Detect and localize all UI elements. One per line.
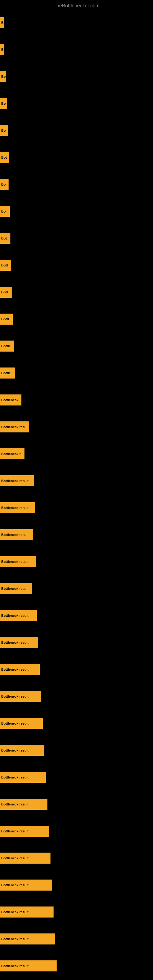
bar-row: Bottleneck result xyxy=(0,926,153,953)
bar-label: Bottleneck xyxy=(1,398,18,402)
bar-row: Bottleneck result xyxy=(0,494,153,521)
bar-row: Bottleneck result xyxy=(0,764,153,791)
bar-row: Bot xyxy=(0,225,153,252)
bar-label: Bottleneck result xyxy=(1,829,29,833)
bar-item: Bottleneck result xyxy=(0,934,55,945)
bar-item: Bottle xyxy=(0,340,14,352)
bar-row: Bott xyxy=(0,252,153,279)
bar-row: Bottleneck result xyxy=(0,872,153,899)
bar-row: Bottleneck resu xyxy=(0,521,153,548)
bar-row: Bo xyxy=(0,90,153,117)
bar-row: Bottle xyxy=(0,360,153,387)
bar-label: Bottle xyxy=(1,344,11,348)
bar-label: Bottleneck result xyxy=(1,614,29,617)
bar-item: Bottleneck resu xyxy=(0,529,33,540)
bar-item: Bottleneck result xyxy=(0,475,33,486)
bar-label: Bottleneck result xyxy=(1,775,29,779)
bar-row: Bottleneck result xyxy=(0,737,153,764)
bar-item: Bottleneck result xyxy=(0,637,38,648)
site-title: TheBottlenecker.com xyxy=(0,1,153,10)
bar-label: Bot xyxy=(1,156,7,159)
bar-label: Bottleneck result xyxy=(1,883,29,887)
bar-label: B xyxy=(1,48,4,51)
bar-item: Bottleneck result xyxy=(0,799,48,810)
bar-label: Bottleneck result xyxy=(1,937,29,941)
bar-item: Bo xyxy=(0,98,7,109)
bar-item: Bottleneck r xyxy=(0,449,24,460)
bar-item: Bo xyxy=(0,125,8,136)
bar-item: Bottleneck result xyxy=(0,826,49,837)
bar-label: Bottleneck result xyxy=(1,560,29,563)
bar-row: Bo xyxy=(0,171,153,198)
bar-label: Bottleneck result xyxy=(1,641,29,644)
bar-label: Bottleneck result xyxy=(1,856,29,860)
bar-item: Bottleneck result xyxy=(0,556,36,567)
bar-item: Bottleneck result xyxy=(0,960,57,971)
bar-row: Bottleneck result xyxy=(0,629,153,656)
bar-label: Bottleneck result xyxy=(1,668,29,671)
bar-label: Bottleneck resu xyxy=(1,533,27,536)
bar-label: Bot xyxy=(1,236,7,240)
bar-label: Bottleneck result xyxy=(1,910,29,914)
bar-label: Bottleneck result xyxy=(1,506,29,510)
bar-label: Bo xyxy=(1,75,6,78)
bar-label: Bo xyxy=(1,183,6,186)
bar-label: Bottleneck resu xyxy=(1,587,27,590)
bar-label: Bottleneck result xyxy=(1,695,29,698)
bar-row: Bottleneck resu xyxy=(0,414,153,441)
bar-item: Bo xyxy=(0,71,6,82)
bar-item: Bott xyxy=(0,260,11,271)
bar-row: Bot xyxy=(0,144,153,171)
bar-label: Bottleneck result xyxy=(1,479,29,483)
bar-label: Bo xyxy=(1,129,6,132)
bar-row: B xyxy=(0,9,153,36)
bar-row: B xyxy=(0,36,153,63)
bar-item: Bott xyxy=(0,286,12,298)
bar-item: Bottleneck result xyxy=(0,502,35,513)
bar-label: Bo xyxy=(1,102,6,105)
bar-item: Bo xyxy=(0,179,9,190)
bar-row: Bottleneck result xyxy=(0,791,153,818)
bar-row: Bottleneck result xyxy=(0,899,153,926)
bar-label: Bottleneck result xyxy=(1,722,29,725)
bar-item: Bottleneck result xyxy=(0,853,51,864)
bar-row: Bottleneck result xyxy=(0,953,153,979)
bar-item: Bottleneck result xyxy=(0,664,40,675)
bar-label: Bottleneck result xyxy=(1,802,29,806)
bar-item: Bottleneck resu xyxy=(0,422,29,433)
bar-row: Bottleneck resu xyxy=(0,575,153,602)
bar-row: Bottleneck result xyxy=(0,548,153,575)
bar-label: Bottleneck resu xyxy=(1,425,27,429)
bar-item: Bo xyxy=(0,206,10,217)
bar-row: Bottleneck result xyxy=(0,467,153,494)
bar-item: Bottleneck result xyxy=(0,610,37,621)
bar-row: Bottleneck r xyxy=(0,441,153,467)
bar-row: Bo xyxy=(0,63,153,90)
bar-row: Bottleneck result xyxy=(0,710,153,737)
bar-item: B xyxy=(0,44,4,55)
bar-row: Bo xyxy=(0,117,153,144)
bar-row: Bottleneck xyxy=(0,387,153,414)
bar-row: Bottl xyxy=(0,305,153,332)
bar-label: B xyxy=(1,21,4,24)
bar-label: Bottleneck result xyxy=(1,748,29,752)
bar-item: Bottleneck result xyxy=(0,691,41,702)
bar-item: Bot xyxy=(0,233,10,244)
bar-label: Bottl xyxy=(1,317,9,321)
bar-item: Bottleneck resu xyxy=(0,583,32,594)
bar-row: Bo xyxy=(0,198,153,225)
bar-row: Bottleneck result xyxy=(0,683,153,710)
bar-label: Bott xyxy=(1,263,8,267)
bar-item: Bottl xyxy=(0,313,13,325)
bar-row: Bott xyxy=(0,279,153,305)
bar-item: Bot xyxy=(0,152,9,163)
bar-label: Bo xyxy=(1,210,6,213)
bar-item: Bottleneck result xyxy=(0,718,43,729)
bar-label: Bottleneck r xyxy=(1,452,21,456)
bar-row: Bottleneck result xyxy=(0,845,153,872)
bar-item: Bottleneck result xyxy=(0,907,54,918)
bar-item: Bottleneck result xyxy=(0,745,45,756)
bar-item: Bottleneck xyxy=(0,395,21,406)
bar-label: Bottle xyxy=(1,371,11,375)
bar-item: Bottleneck result xyxy=(0,772,46,783)
